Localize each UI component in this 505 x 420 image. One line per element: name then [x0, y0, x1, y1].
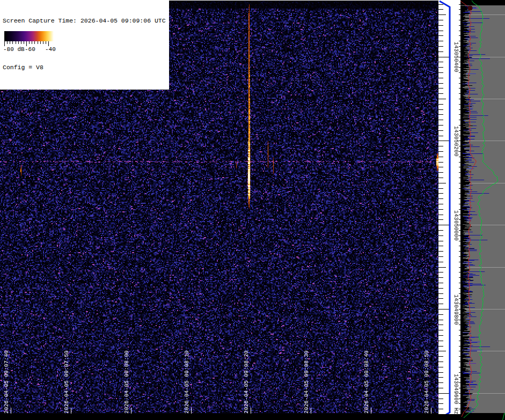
colorbar-minor-tick — [40, 41, 41, 44]
colorbar-label-min: -80 dB — [3, 46, 25, 53]
colorbar-minor-tick — [24, 41, 24, 44]
colorbar-minor-tick — [21, 41, 21, 44]
colorbar-gradient — [4, 31, 54, 41]
colorbar-minor-tick — [18, 41, 19, 44]
colorbar-minor-tick — [7, 41, 8, 44]
colorbar-label-max: -40 — [45, 46, 56, 53]
colorbar-minor-tick — [32, 41, 32, 44]
colorbar-major-tick — [26, 41, 27, 46]
colorbar-minor-tick — [38, 41, 38, 44]
colorbar-minor-tick — [43, 41, 43, 44]
colorbar-minor-tick — [12, 41, 13, 44]
colorbar-minor-tick — [16, 41, 16, 44]
capture-time-text: Screen Capture Time: 2026-04-05 09:09:06… — [3, 17, 166, 25]
spectrum-panel-canvas — [460, 0, 505, 420]
frequency-axis-bracket — [436, 0, 462, 420]
colorbar-major-tick — [4, 41, 5, 46]
colorbar-legend: -80 dB -60 -40 — [2, 30, 58, 58]
colorbar-minor-tick — [29, 41, 30, 44]
colorbar-minor-tick — [34, 41, 35, 44]
colorbar-label-mid: -60 — [25, 46, 35, 53]
colorbar-major-tick — [48, 41, 49, 46]
bottom-black-band — [0, 414, 460, 420]
screen-capture-window: 2026-04-05 09:07:402026-04-05 09:07:5020… — [0, 0, 505, 420]
config-text: Config = V8 — [3, 64, 166, 72]
colorbar-minor-tick — [46, 41, 46, 44]
colorbar-minor-tick — [10, 41, 10, 44]
